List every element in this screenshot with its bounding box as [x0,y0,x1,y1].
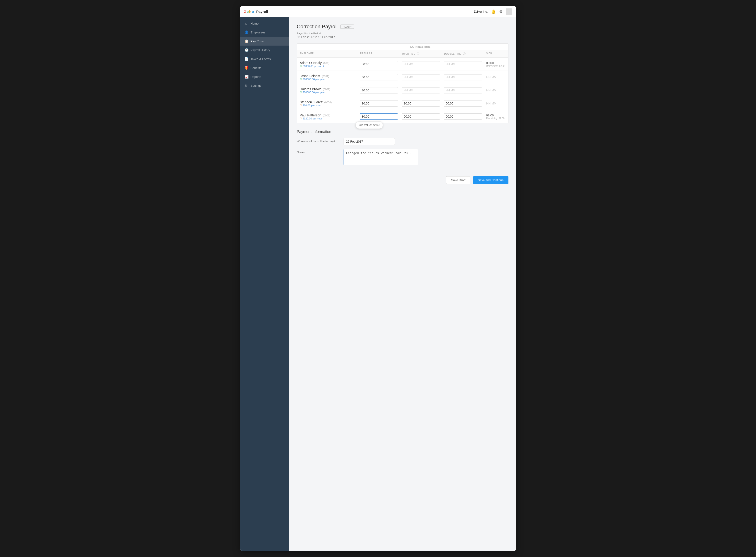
sidebar-item-settings[interactable]: ⚙ Settings [240,81,289,90]
regular-input[interactable] [360,87,398,93]
user-avatar[interactable] [506,8,512,15]
double-time-cell: HH:MM [442,87,484,94]
col-header-row: EMPLOYEE REGULAR OVERTIME ⓘ DOUBLE TIME … [297,50,508,58]
sick-value: 08:00 [486,114,516,117]
footer-actions: Save Draft Save and Continue [297,173,508,184]
regular-input[interactable] [360,113,398,120]
table-row: Adam O' Nealy (006) ① $1000.00 per week … [297,58,508,71]
overtime-cell: HH:MM [400,87,442,94]
pay-runs-icon: 📋 [245,39,248,43]
employee-info: Adam O' Nealy (006) ① $1000.00 per week [297,61,358,67]
sidebar-item-payroll-history[interactable]: 🕐 Payroll History [240,46,289,55]
save-draft-button[interactable]: Save Draft [446,176,470,184]
zoho-logo: Z o h o [244,9,254,13]
regular-cell [358,60,400,68]
col-group-pto: PAID TIME OFF (HRS) [484,44,516,50]
gear-icon[interactable]: ⚙ [499,9,502,14]
col-header-double-time: DOUBLE TIME ⓘ [442,50,484,58]
logo-z: Z [244,9,246,13]
double-time-input[interactable]: HH:MM [444,74,482,80]
page-title-row: Correction Payroll READY [297,24,508,30]
bell-icon[interactable]: 🔔 [491,9,496,14]
pay-date-input[interactable] [344,138,395,145]
regular-cell [358,99,400,108]
sidebar-item-taxes-forms-label: Taxes & Forms [251,57,271,61]
table-row: Stephen Juarez (0004) ① $80.00 per hour [297,97,508,110]
col-group-earnings: EARNINGS (HRS) [358,44,484,50]
sick-remaining: Remaining: 40:00 [486,65,516,67]
regular-cell [358,86,400,94]
notes-label: Notes [297,149,344,154]
sick-value: HH:MM [486,89,516,92]
logo-o1: o [247,9,249,13]
logo-text: Payroll [256,9,268,13]
sidebar: ⌂ Home 👤 Employees 📋 Pay Runs 🕐 Payroll … [240,17,289,551]
sidebar-item-taxes-forms[interactable]: 📄 Taxes & Forms [240,55,289,63]
sick-remaining: Remaining: 32:00 [486,117,516,120]
reports-icon: 📈 [245,75,248,79]
col-group-employee-spacer [297,44,358,50]
sick-cell: HH:MM [484,101,516,106]
employee-info: Dolores Brown (0002) ① $80000.00 per yea… [297,87,358,94]
main-content: Correction Payroll READY Payroll for the… [289,17,516,551]
sidebar-item-reports[interactable]: 📈 Reports [240,72,289,81]
status-badge: READY [340,25,354,29]
col-header-sick: SICK [484,50,516,58]
double-time-input[interactable]: HH:MM [444,87,482,93]
sick-value: 00:00 [486,61,516,65]
overtime-cell [400,99,442,108]
employee-rate: ① $80000.00 per year [300,91,355,94]
overtime-input[interactable]: HH:MM [402,74,440,80]
topbar-right: Zylker Inc. 🔔 ⚙ [474,8,512,15]
regular-input[interactable] [360,100,398,107]
employee-rate: ① $90000.00 per year [300,78,355,81]
pay-date-label: When would you like to pay? [297,138,344,143]
col-header-overtime: OVERTIME ⓘ [400,50,442,58]
notes-row: Notes [297,149,508,165]
overtime-input[interactable]: HH:MM [402,61,440,67]
employee-rate: ① $80.00 per hour [300,104,355,107]
overtime-input[interactable]: HH:MM [402,87,440,93]
sidebar-item-employees-label: Employees [251,31,265,34]
double-time-input[interactable] [444,113,482,120]
logo-h: h [249,9,251,13]
logo-o2: o [252,9,254,13]
app-window: Z o h o Payroll Zylker Inc. 🔔 ⚙ ⌂ Home 👤… [240,6,516,551]
page-header: Correction Payroll READY Payroll for the… [297,24,508,39]
employee-info: Jason Folsom (0001) ① $90000.00 per year [297,74,358,81]
app-layout: ⌂ Home 👤 Employees 📋 Pay Runs 🕐 Payroll … [240,17,516,551]
period-label: Payroll for the Period [297,32,508,35]
double-time-input[interactable]: HH:MM [444,61,482,67]
overtime-input[interactable] [402,113,440,120]
sidebar-item-employees[interactable]: 👤 Employees [240,28,289,37]
logo-area: Z o h o Payroll [244,9,268,13]
regular-input[interactable] [360,61,398,67]
payroll-table: EARNINGS (HRS) PAID TIME OFF (HRS) EMPLO… [297,43,508,123]
employee-info: Paul Patterson (0005) ① $120.00 per hour [297,113,358,120]
notes-input[interactable] [344,149,418,165]
sick-value: HH:MM [486,102,516,105]
save-continue-button[interactable]: Save and Continue [473,176,508,184]
sidebar-item-pay-runs[interactable]: 📋 Pay Runs [240,37,289,46]
sidebar-item-benefits[interactable]: 🎁 Benefits [240,63,289,72]
table-row: Jason Folsom (0001) ① $90000.00 per year… [297,71,508,84]
double-time-input[interactable] [444,100,482,107]
company-selector[interactable]: Zylker Inc. [474,10,488,13]
table-row: Paul Patterson (0005) ① $120.00 per hour… [297,110,508,123]
benefits-icon: 🎁 [245,66,248,70]
employee-rate: ① $120.00 per hour [300,117,355,120]
regular-input[interactable] [360,74,398,80]
sidebar-item-home[interactable]: ⌂ Home [240,19,289,28]
double-time-cell [442,112,484,121]
employee-name: Jason Folsom (0001) [300,74,355,78]
double-time-cell: HH:MM [442,74,484,81]
employee-info: Stephen Juarez (0004) ① $80.00 per hour [297,100,358,107]
overtime-input[interactable] [402,100,440,107]
overtime-cell: HH:MM [400,60,442,68]
sidebar-item-pay-runs-label: Pay Runs [251,39,264,43]
sidebar-item-settings-label: Settings [251,84,261,87]
sick-value: HH:MM [486,76,516,79]
overtime-cell [400,112,442,121]
col-header-regular: REGULAR [358,50,400,58]
sick-cell: 08:00 Remaining: 32:00 [484,113,516,121]
